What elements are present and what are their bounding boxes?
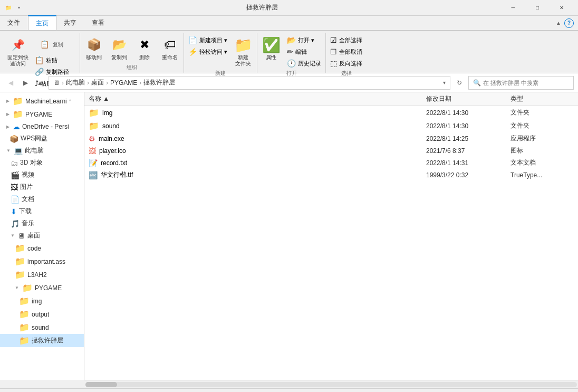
pictures-icon: 🖼 (11, 183, 18, 192)
select-all-icon: ☑ (330, 36, 337, 44)
folder-icon: 📁 (13, 96, 23, 106)
search-box[interactable]: 🔍 (468, 76, 574, 90)
folder-icon: 📁 (15, 243, 25, 253)
sidebar-item-important[interactable]: 📁 important.ass (0, 255, 84, 268)
sidebar-item-code[interactable]: 📁 code (0, 242, 84, 255)
select-all-button[interactable]: ☑ 全部选择 (328, 35, 364, 45)
file-date-font-ttf: 1999/3/22 0:32 (426, 171, 510, 179)
path-desktop[interactable]: 桌面 (91, 78, 104, 87)
minimize-button[interactable]: ─ (501, 0, 525, 16)
file-date-record-txt: 2022/8/1 14:31 (426, 159, 510, 167)
easy-access-button[interactable]: ⚡ 轻松访问 ▾ (186, 46, 229, 57)
new-item-button[interactable]: 📄 新建项目 ▾ (186, 35, 229, 45)
sidebar-item-output[interactable]: 📁 output (0, 308, 84, 321)
window-title: 拯救许胖层 (23, 3, 501, 12)
file-type-img: 文件夹 (510, 108, 574, 117)
easy-access-icon: ⚡ (188, 47, 197, 56)
select-none-button[interactable]: ☐ 全部取消 (328, 46, 364, 57)
file-name-player-ico: 🖼 player.ico (89, 147, 426, 155)
delete-button[interactable]: ✖ 删除 (133, 35, 156, 62)
refresh-button[interactable]: ↻ (452, 76, 466, 90)
open-button[interactable]: 📂 打开 ▾ (285, 35, 323, 45)
file-row-sound[interactable]: 📁 sound 2022/8/1 14:30 文件夹 (84, 119, 578, 132)
address-path[interactable]: 🖥 › 此电脑 › 桌面 › PYGAME › 拯救许胖层 ▾ (49, 76, 450, 90)
col-header-name[interactable]: 名称 ▲ (89, 94, 426, 103)
pin-quick-access-button[interactable]: 📌 固定到快速访问 (4, 35, 32, 69)
copy-button[interactable]: 📋 复制 (33, 35, 78, 54)
invert-select-button[interactable]: ⬚ 反向选择 (328, 58, 364, 69)
cloud-icon: ☁ (13, 122, 20, 131)
tab-home[interactable]: 主页 (28, 15, 56, 30)
col-header-type[interactable]: 类型 (510, 94, 574, 103)
forward-button[interactable]: ▶ (19, 77, 32, 89)
copy-path-icon: 🔗 (35, 68, 44, 76)
title-bar: 📁 ▾ 拯救许胖层 ─ □ ✕ (0, 0, 578, 16)
help-icon[interactable]: ? (564, 18, 574, 28)
paste-button[interactable]: 📋 粘贴 (33, 55, 78, 65)
txt-icon: 📝 (89, 159, 98, 167)
sidebar-item-onedrive[interactable]: ▶ ☁ OneDrive - Persi (0, 121, 84, 132)
path-pygame[interactable]: PYGAME (110, 79, 137, 87)
path-computer[interactable]: 此电脑 (66, 78, 85, 87)
tab-share[interactable]: 共享 (56, 16, 84, 30)
sidebar-item-rescue[interactable]: 📁 拯救许胖层 (0, 334, 84, 347)
title-controls: ─ □ ✕ (501, 0, 574, 16)
properties-button[interactable]: ✅ 属性 (259, 35, 283, 62)
file-row-record-txt[interactable]: 📝 record.txt 2022/8/1 14:31 文本文档 (84, 157, 578, 169)
path-home-icon: 🖥 (53, 79, 60, 87)
sidebar-item-machinelearning[interactable]: ▶ 📁 MachineLearni ^ (0, 94, 84, 108)
move-icon: 📦 (85, 36, 102, 53)
sidebar-item-downloads[interactable]: ⬇ 下载 (0, 205, 84, 217)
ico-icon: 🖼 (89, 147, 96, 155)
address-bar: ◀ ▶ ▲ 🖥 › 此电脑 › 桌面 › PYGAME › 拯救许胖层 ▾ ↻ … (0, 73, 578, 92)
title-bar-icons: 📁 ▾ (4, 4, 23, 12)
new-folder-button[interactable]: 📁 新建文件夹 (232, 35, 255, 69)
horizontal-scrollbar[interactable] (84, 380, 578, 388)
sidebar-item-sound[interactable]: 📁 sound (0, 321, 84, 334)
select-none-icon: ☐ (330, 47, 337, 56)
file-name-sound: 📁 sound (89, 121, 426, 131)
file-row-font-ttf[interactable]: 🔤 华文行楷.ttf 1999/3/22 0:32 TrueType... (84, 169, 578, 181)
sidebar-item-desktop[interactable]: ▼ 🖥 桌面 (0, 230, 84, 242)
sidebar-item-pygame-root[interactable]: ▶ 📁 PYGAME (0, 108, 84, 121)
file-header: 名称 ▲ 修改日期 类型 (84, 92, 578, 106)
file-row-player-ico[interactable]: 🖼 player.ico 2021/7/6 8:37 图标 (84, 145, 578, 157)
sidebar-item-wps[interactable]: 📦 WPS网盘 (0, 132, 84, 145)
move-to-button[interactable]: 📦 移动到 (82, 35, 105, 62)
search-input[interactable] (483, 80, 569, 86)
copy-to-button[interactable]: 📂 复制到 (108, 35, 131, 62)
sidebar-item-pygame-desktop[interactable]: ▼ 📁 PYGAME (0, 281, 84, 294)
sidebar-item-video[interactable]: 🎬 视频 (0, 169, 84, 181)
file-type-font-ttf: TrueType... (510, 171, 574, 179)
file-date-sound: 2022/8/1 14:30 (426, 122, 510, 130)
sidebar-item-documents[interactable]: 📄 文档 (0, 193, 84, 205)
close-button[interactable]: ✕ (550, 0, 574, 16)
open-icon: 📂 (287, 36, 296, 44)
downloads-icon: ⬇ (11, 207, 17, 216)
up-button[interactable]: ▲ (34, 77, 46, 89)
sidebar-item-music[interactable]: 🎵 音乐 (0, 217, 84, 230)
path-dropdown-icon[interactable]: ▾ (443, 80, 446, 85)
rename-button[interactable]: 🏷 重命名 (158, 35, 181, 62)
folder-icon: 📁 (89, 108, 99, 118)
col-header-date[interactable]: 修改日期 (426, 94, 510, 103)
tab-file[interactable]: 文件 (0, 16, 28, 30)
ribbon-tabs: 文件 主页 共享 查看 ▲ ? (0, 16, 578, 31)
file-row-main-exe[interactable]: ⚙ main.exe 2022/8/1 14:25 应用程序 (84, 132, 578, 145)
sidebar: ▶ 📁 MachineLearni ^ ▶ 📁 PYGAME ▶ ☁ OneDr… (0, 92, 84, 380)
edit-button[interactable]: ✏ 编辑 (285, 46, 323, 57)
folder-icon: 📁 (19, 322, 30, 332)
select-items: ☑ 全部选择 ☐ 全部取消 ⬚ 反向选择 (328, 33, 364, 69)
history-button[interactable]: 🕐 历史记录 (285, 58, 323, 69)
ribbon-collapse-icon[interactable]: ▲ (556, 20, 561, 26)
file-row-img[interactable]: 📁 img 2022/8/1 14:30 文件夹 (84, 106, 578, 119)
path-current[interactable]: 拯救许胖层 (143, 78, 175, 87)
sidebar-item-img[interactable]: 📁 img (0, 294, 84, 308)
tab-view[interactable]: 查看 (84, 16, 112, 30)
group-open: ✅ 属性 📂 打开 ▾ ✏ 编辑 🕐 历史记录 (257, 33, 326, 73)
sidebar-item-3d[interactable]: 🗂 3D 对象 (0, 157, 84, 169)
sidebar-item-l3ah2[interactable]: 📁 L3AH2 (0, 268, 84, 281)
sidebar-item-computer[interactable]: ▼ 💻 此电脑 (0, 145, 84, 157)
sidebar-item-pictures[interactable]: 🖼 图片 (0, 181, 84, 193)
maximize-button[interactable]: □ (525, 0, 550, 16)
